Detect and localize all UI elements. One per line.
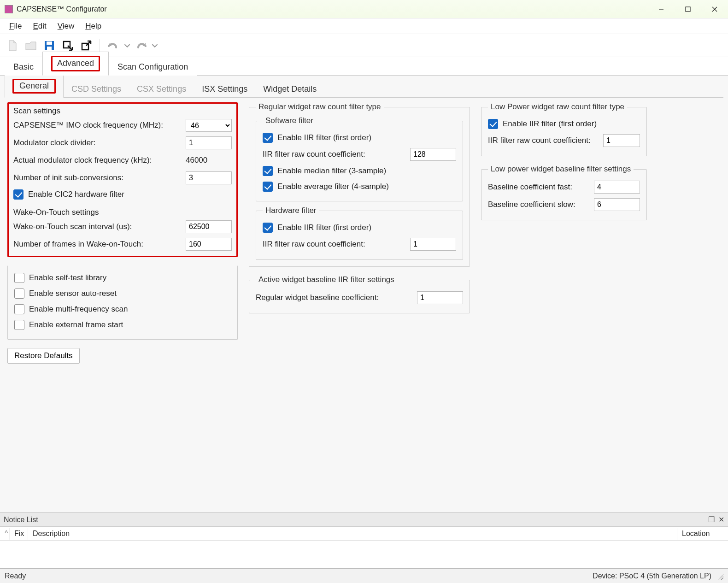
- lp-filter-title: Low Power widget raw count filter type: [488, 102, 627, 112]
- notice-col-location[interactable]: Location: [677, 528, 728, 540]
- redo-icon[interactable]: [133, 38, 149, 53]
- resize-grip-icon[interactable]: [716, 572, 723, 580]
- active-baseline-coef-input[interactable]: [417, 291, 463, 304]
- self-test-checkbox[interactable]: Enable self-test library: [14, 270, 231, 286]
- regular-filter-group: Regular widget raw count filter type Sof…: [249, 102, 470, 267]
- active-baseline-coef-label: Regular widget baseline coefficient:: [256, 293, 412, 302]
- auto-reset-checkbox[interactable]: Enable sensor auto-reset: [14, 286, 231, 301]
- software-filter-group: Software filter Enable IIR filter (first…: [256, 116, 463, 201]
- save-icon[interactable]: [41, 38, 57, 53]
- lp-baseline-fast-input[interactable]: [594, 181, 640, 194]
- lp-iir-coef-label: IIR filter raw count coefficient:: [488, 136, 599, 145]
- ext-frame-checkbox[interactable]: Enable external frame start: [14, 317, 231, 333]
- menu-help[interactable]: Help: [80, 20, 107, 33]
- lp-iir-coef-input[interactable]: [603, 134, 640, 147]
- sw-iir-coef-label: IIR filter raw count coefficient:: [263, 150, 405, 159]
- tab-basic[interactable]: Basic: [5, 58, 42, 76]
- imo-clock-label: CAPSENSE™ IMO clock frequency (MHz):: [13, 121, 181, 130]
- menu-view[interactable]: View: [52, 20, 80, 33]
- notice-col-description[interactable]: Description: [28, 528, 677, 540]
- actual-mod-freq-label: Actual modulator clock frequency (kHz):: [13, 156, 181, 165]
- menu-file[interactable]: File: [4, 20, 27, 33]
- checkbox-icon: [14, 273, 24, 283]
- hw-iir-coef-input[interactable]: [410, 238, 456, 251]
- checkbox-icon: [14, 304, 24, 314]
- window-titlebar: CAPSENSE™ Configurator: [0, 0, 728, 18]
- menubar: File Edit View Help: [0, 18, 728, 34]
- hw-iir-coef-label: IIR filter raw count coefficient:: [263, 240, 405, 249]
- undo-dropdown-icon[interactable]: [124, 38, 130, 53]
- lp-baseline-group: Low power widget baseline filter setting…: [481, 165, 647, 220]
- cic2-checkbox[interactable]: Enable CIC2 hardware filter: [13, 187, 232, 202]
- menu-edit[interactable]: Edit: [27, 20, 52, 33]
- general-panel: Scan settings CAPSENSE™ IMO clock freque…: [5, 98, 723, 512]
- lp-baseline-fast-label: Baseline coefficient fast:: [488, 183, 589, 192]
- software-filter-title: Software filter: [263, 116, 316, 125]
- tab-advanced[interactable]: Advanced: [42, 52, 109, 76]
- dock-icon[interactable]: ❐: [708, 515, 715, 524]
- tab-scan-configuration[interactable]: Scan Configuration: [109, 58, 197, 76]
- close-button[interactable]: [701, 0, 728, 18]
- new-file-icon[interactable]: [5, 38, 20, 53]
- init-sub-conv-input[interactable]: [186, 171, 232, 184]
- window-title: CAPSENSE™ Configurator: [17, 5, 107, 13]
- svg-rect-5: [47, 41, 52, 45]
- subtab-isx-settings[interactable]: ISX Settings: [194, 80, 255, 98]
- subtab-csd-settings[interactable]: CSD Settings: [64, 80, 129, 98]
- notice-columns: ^ Fix Description Location: [0, 527, 728, 541]
- wot-interval-input[interactable]: [186, 220, 232, 233]
- redo-dropdown-icon[interactable]: [152, 38, 158, 53]
- sw-median-checkbox[interactable]: Enable median filter (3-sample): [263, 163, 456, 179]
- status-device: Device: PSoC 4 (5th Generation LP): [593, 572, 711, 580]
- sw-iir-checkbox[interactable]: Enable IIR filter (first order): [263, 130, 456, 146]
- checkbox-checked-icon: [263, 166, 273, 176]
- scan-settings-title: Scan settings: [13, 106, 232, 117]
- wot-frames-label: Number of frames in Wake-on-Touch:: [13, 240, 181, 249]
- misc-options-group: Enable self-test library Enable sensor a…: [7, 265, 238, 340]
- sw-iir-coef-input[interactable]: [410, 148, 456, 161]
- mod-divider-label: Modulator clock divider:: [13, 138, 181, 147]
- notice-col-caret[interactable]: ^: [0, 528, 10, 540]
- status-ready: Ready: [5, 572, 26, 580]
- regular-filter-title: Regular widget raw count filter type: [256, 102, 384, 112]
- sw-average-checkbox[interactable]: Enable average filter (4-sample): [263, 179, 456, 194]
- lp-baseline-slow-input[interactable]: [594, 198, 640, 211]
- cic2-label: Enable CIC2 hardware filter: [28, 190, 124, 199]
- subtab-csx-settings[interactable]: CSX Settings: [129, 80, 194, 98]
- minimize-button[interactable]: [648, 0, 675, 18]
- sub-tabs: General CSD Settings CSX Settings ISX Se…: [5, 79, 723, 98]
- wot-interval-label: Wake-on-Touch scan interval (us):: [13, 222, 181, 231]
- mod-divider-input[interactable]: [186, 136, 232, 149]
- app-icon: [5, 5, 13, 13]
- wot-frames-input[interactable]: [186, 238, 232, 251]
- status-bar: Ready Device: PSoC 4 (5th Generation LP): [0, 568, 728, 583]
- svg-rect-1: [686, 7, 690, 12]
- lp-iir-checkbox[interactable]: Enable IIR filter (first order): [488, 116, 640, 132]
- init-sub-conv-label: Number of init sub-conversions:: [13, 173, 181, 183]
- export-icon[interactable]: [78, 38, 94, 53]
- svg-rect-6: [47, 47, 52, 50]
- checkbox-checked-icon: [263, 223, 273, 233]
- lp-filter-group: Low Power widget raw count filter type E…: [481, 102, 647, 156]
- import-icon[interactable]: [60, 38, 76, 53]
- hw-iir-checkbox[interactable]: Enable IIR filter (first order): [263, 220, 456, 236]
- subtab-general[interactable]: General: [5, 76, 64, 98]
- notice-col-fix[interactable]: Fix: [10, 528, 28, 540]
- hardware-filter-group: Hardware filter Enable IIR filter (first…: [256, 206, 463, 260]
- imo-clock-select[interactable]: 46: [186, 119, 232, 132]
- subtab-widget-details[interactable]: Widget Details: [255, 80, 324, 98]
- checkbox-checked-icon: [263, 182, 273, 192]
- checkbox-checked-icon: [488, 119, 498, 129]
- checkbox-checked-icon: [263, 133, 273, 143]
- active-baseline-group: Active widget baseline IIR filter settin…: [249, 275, 470, 313]
- toolbar: [0, 34, 728, 57]
- multi-freq-checkbox[interactable]: Enable multi-frequency scan: [14, 301, 231, 317]
- maximize-button[interactable]: [675, 0, 701, 18]
- checkbox-checked-icon: [13, 189, 23, 200]
- undo-icon[interactable]: [106, 38, 121, 53]
- active-baseline-title: Active widget baseline IIR filter settin…: [256, 275, 397, 284]
- restore-defaults-button[interactable]: Restore Defaults: [7, 348, 80, 364]
- close-panel-icon[interactable]: ✕: [718, 515, 724, 524]
- open-file-icon[interactable]: [23, 38, 39, 53]
- toolbar-separator: [100, 39, 100, 53]
